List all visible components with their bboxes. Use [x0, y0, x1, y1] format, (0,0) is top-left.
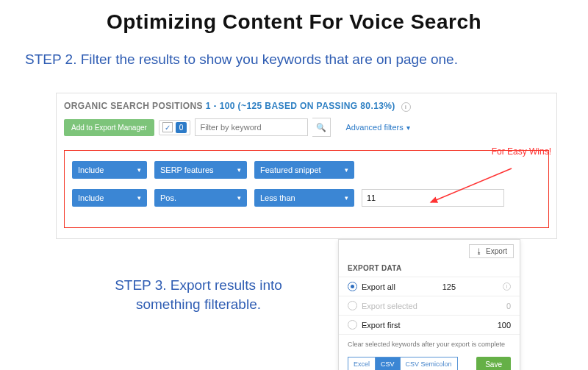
chevron-down-icon: ▾	[137, 166, 141, 174]
search-button[interactable]: 🔍	[312, 118, 331, 137]
panel-heading-bold: ORGANIC SEARCH POSITIONS	[64, 101, 203, 111]
rule1-mode-label: Include	[78, 166, 104, 174]
rule2-op-label: Less than	[260, 193, 295, 202]
save-button[interactable]: Save	[476, 357, 511, 370]
toolbar: Add to Export Manager ✓ 0 🔍 Advanced fil…	[64, 118, 549, 137]
chevron-down-icon: ▾	[237, 166, 241, 174]
chevron-down-icon: ▾	[237, 194, 241, 202]
search-icon: 🔍	[316, 123, 326, 132]
check-icon: ✓	[162, 122, 173, 132]
selected-count-chip: 0	[176, 122, 187, 133]
panel-heading-range: 1 - 100 (~125 BASED ON PASSING 80.13%)	[206, 101, 395, 111]
filter-rules-box: Include▾ SERP features▾ Featured snippet…	[64, 150, 549, 228]
export-format-group: Excel CSV CSV Semicolon	[348, 357, 458, 370]
add-to-export-button[interactable]: Add to Export Manager	[64, 119, 154, 136]
format-excel-button[interactable]: Excel	[348, 357, 376, 370]
export-option-first[interactable]: Export first 100	[339, 315, 520, 334]
opt-first-count: 100	[498, 321, 511, 330]
export-option-selected: Export selected 0	[339, 296, 520, 315]
rule1-value-select[interactable]: Featured snippet▾	[254, 161, 354, 179]
advanced-filters-toggle[interactable]: Advanced filters ▾	[345, 123, 409, 132]
format-csv-button[interactable]: CSV	[376, 357, 401, 370]
select-all-checkbox[interactable]: ✓ 0	[159, 120, 191, 135]
arrow-icon	[409, 166, 519, 217]
rule2-mode-select[interactable]: Include▾	[72, 189, 147, 207]
opt-selected-count: 0	[506, 302, 511, 310]
export-data-title: EXPORT DATA	[339, 263, 520, 277]
export-popover: ⭳ Export EXPORT DATA Export all 125 i Ex…	[338, 239, 520, 370]
info-icon[interactable]: i	[503, 282, 511, 291]
radio-off-icon	[348, 320, 357, 330]
export-button-label: Export	[486, 247, 507, 255]
export-option-all[interactable]: Export all 125 i	[339, 277, 520, 296]
info-icon[interactable]: i	[401, 102, 411, 112]
radio-off-icon	[348, 301, 357, 310]
chevron-down-icon: ▾	[345, 194, 348, 202]
easy-wins-callout: For Easy Wins!	[492, 146, 551, 157]
export-note: Clear selected keywords after your expor…	[339, 334, 520, 357]
rule2-op-select[interactable]: Less than▾	[254, 189, 354, 207]
chevron-down-icon: ▾	[345, 166, 348, 174]
page-title: Optimizing Content For Voice Search	[0, 10, 588, 34]
opt-all-label: Export all	[362, 282, 395, 291]
opt-first-label: Export first	[362, 321, 401, 330]
chevron-down-icon: ▾	[406, 124, 410, 132]
opt-all-count: 125	[442, 282, 456, 291]
radio-on-icon	[348, 282, 357, 291]
download-icon: ⭳	[476, 247, 483, 255]
rule1-value-label: Featured snippet	[260, 166, 321, 174]
panel-heading: ORGANIC SEARCH POSITIONS 1 - 100 (~125 B…	[64, 101, 549, 112]
step-3-text: STEP 3. Export results into something fi…	[88, 276, 309, 313]
rule2-field-label: Pos.	[160, 193, 176, 202]
export-button[interactable]: ⭳ Export	[469, 244, 514, 258]
step-2-text: STEP 2. Filter the results to show you k…	[25, 51, 588, 68]
export-footer: Excel CSV CSV Semicolon Save	[339, 357, 520, 370]
rule1-field-label: SERP features	[160, 166, 214, 174]
chevron-down-icon: ▾	[137, 194, 141, 202]
rule1-field-select[interactable]: SERP features▾	[154, 161, 247, 179]
advanced-filters-label: Advanced filters	[345, 123, 403, 132]
organic-positions-panel: ORGANIC SEARCH POSITIONS 1 - 100 (~125 B…	[56, 93, 557, 239]
filter-keyword-input[interactable]	[195, 118, 308, 136]
svg-line-0	[431, 168, 512, 202]
rule2-mode-label: Include	[78, 193, 104, 202]
format-csv-semicolon-button[interactable]: CSV Semicolon	[401, 357, 458, 370]
rule1-mode-select[interactable]: Include▾	[72, 161, 147, 179]
rule2-field-select[interactable]: Pos.▾	[154, 189, 247, 207]
opt-selected-label: Export selected	[362, 302, 417, 310]
